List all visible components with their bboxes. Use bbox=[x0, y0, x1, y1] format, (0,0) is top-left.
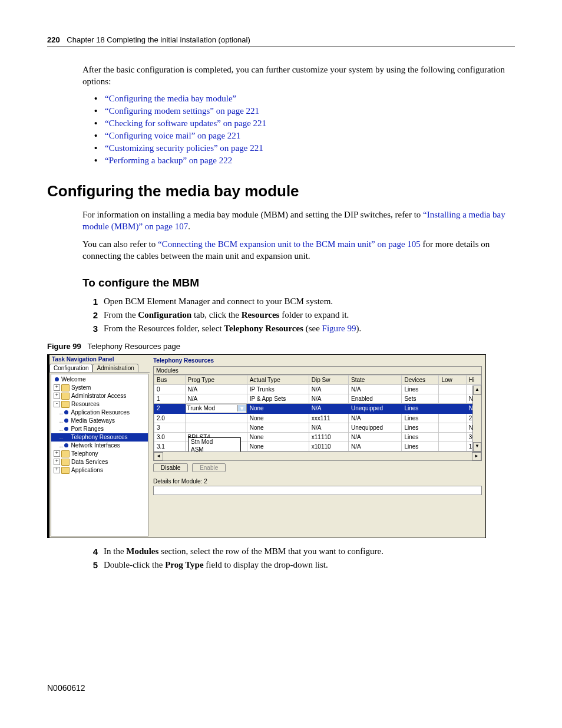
cell-act[interactable]: None bbox=[247, 432, 309, 442]
collapse-icon[interactable]: - bbox=[54, 401, 60, 407]
scroll-left-icon[interactable]: ◄ bbox=[154, 452, 163, 460]
column-header-bus[interactable]: Bus bbox=[154, 375, 186, 384]
cell-dip[interactable]: N/A bbox=[309, 423, 348, 432]
cell-dev[interactable]: Lines bbox=[402, 384, 439, 394]
cell-dip[interactable]: N/A bbox=[309, 403, 348, 413]
scroll-down-icon[interactable]: ▼ bbox=[473, 442, 481, 452]
cell-state[interactable]: Enabled bbox=[349, 394, 402, 403]
cell-low[interactable] bbox=[439, 403, 466, 413]
tree-item-applications[interactable]: +Applications bbox=[51, 466, 148, 475]
link-config-voicemail[interactable]: “Configuring voice mail” on page 221 bbox=[105, 131, 240, 140]
table-row[interactable]: 3NoneN/AUnequippedLinesN/A bbox=[154, 423, 481, 432]
tree-item-data-services[interactable]: +Data Services bbox=[51, 458, 148, 466]
tree-item-resources[interactable]: -Resources bbox=[51, 400, 148, 409]
cell-bus[interactable]: 3.0 bbox=[154, 432, 186, 442]
cell-state[interactable]: Unequipped bbox=[349, 423, 402, 432]
tree-item-welcome[interactable]: Welcome bbox=[51, 375, 148, 384]
cell-bus[interactable]: 3 bbox=[154, 423, 186, 432]
cell-act[interactable]: None bbox=[247, 403, 309, 413]
cell-dip[interactable]: x10110 bbox=[309, 442, 348, 451]
cell-bus[interactable]: 2.0 bbox=[154, 413, 186, 423]
cell-dev[interactable]: Sets bbox=[402, 394, 439, 403]
cell-dip[interactable]: x11110 bbox=[309, 432, 348, 442]
disable-button[interactable]: Disable bbox=[153, 463, 188, 472]
cell-low[interactable] bbox=[439, 384, 466, 394]
cell-prog[interactable]: N/A bbox=[185, 384, 247, 394]
column-header-hi[interactable]: Hi bbox=[466, 375, 481, 384]
dropdown-option[interactable]: ASM bbox=[189, 446, 240, 452]
tree-item-telephony[interactable]: +Telephony bbox=[51, 450, 148, 458]
tree-item-media-gateways[interactable]: …Media Gateways bbox=[51, 417, 148, 425]
vertical-scrollbar[interactable]: ▲ ▼ bbox=[472, 386, 481, 452]
expand-icon[interactable]: + bbox=[54, 393, 60, 399]
cell-state[interactable]: N/A bbox=[349, 413, 402, 423]
cell-prog[interactable] bbox=[185, 423, 247, 432]
cell-dip[interactable]: N/A bbox=[309, 384, 348, 394]
expand-icon[interactable]: + bbox=[54, 384, 60, 391]
link-backup[interactable]: “Performing a backup” on page 222 bbox=[105, 156, 232, 165]
cell-dev[interactable]: Lines bbox=[402, 403, 439, 413]
cell-act[interactable]: IP Trunks bbox=[247, 384, 309, 394]
column-header-state[interactable]: State bbox=[349, 375, 402, 384]
cell-bus[interactable]: 2 bbox=[154, 403, 186, 413]
expand-icon[interactable]: + bbox=[54, 459, 60, 465]
cell-state[interactable]: N/A bbox=[349, 442, 402, 451]
cell-state[interactable]: N/A bbox=[349, 384, 402, 394]
dropdown-arrow-icon[interactable]: ▼ bbox=[237, 405, 246, 411]
link-connect-expansion[interactable]: “Connecting the BCM expansion unit to th… bbox=[158, 239, 421, 249]
scroll-right-icon[interactable]: ► bbox=[472, 452, 481, 460]
cell-prog[interactable]: N/A bbox=[185, 394, 247, 403]
link-security-policies[interactable]: “Customizing security policies” on page … bbox=[105, 143, 263, 153]
enable-button[interactable]: Enable bbox=[192, 463, 226, 472]
cell-dev[interactable]: Lines bbox=[402, 442, 439, 451]
column-header-devices[interactable]: Devices bbox=[402, 375, 439, 384]
cell-low[interactable] bbox=[439, 413, 466, 423]
cell-bus[interactable]: 3.1 bbox=[154, 442, 186, 451]
prog-type-select[interactable]: Trunk Mod▼ bbox=[186, 404, 247, 413]
cell-prog[interactable] bbox=[185, 413, 247, 423]
prog-type-dropdown[interactable]: Stn ModASMTrunk ModData Mod bbox=[188, 437, 241, 452]
tree-item-network-interfaces[interactable]: …Network Interfaces bbox=[51, 442, 148, 450]
table-row[interactable]: 1N/AIP & App SetsN/AEnabledSetsN/A bbox=[154, 394, 481, 403]
table-row[interactable]: 2Trunk Mod▼NoneN/AUnequippedLinesN/A bbox=[154, 403, 481, 413]
cell-act[interactable]: None bbox=[247, 423, 309, 432]
cell-act[interactable]: IP & App Sets bbox=[247, 394, 309, 403]
tree-item-system[interactable]: +System bbox=[51, 384, 148, 392]
horizontal-scrollbar[interactable]: ◄ ► bbox=[154, 452, 481, 460]
tree-item-application-resources[interactable]: …Application Resources bbox=[51, 409, 148, 417]
cell-dev[interactable]: Lines bbox=[402, 432, 439, 442]
cell-prog[interactable]: Trunk Mod▼ bbox=[185, 403, 247, 413]
cell-low[interactable] bbox=[439, 423, 466, 432]
cell-dev[interactable]: Lines bbox=[402, 423, 439, 432]
cell-dev[interactable]: Lines bbox=[402, 413, 439, 423]
link-config-mbm[interactable]: “Configuring the media bay module” bbox=[105, 94, 236, 103]
tree-item-telephony-resources[interactable]: …Telephony Resources bbox=[51, 433, 148, 442]
nav-tree[interactable]: Welcome+System+Administrator Access-Reso… bbox=[51, 374, 148, 536]
expand-icon[interactable]: + bbox=[54, 467, 60, 473]
cell-state[interactable]: Unequipped bbox=[349, 403, 402, 413]
link-config-modem[interactable]: “Configuring modem settings” on page 221 bbox=[105, 106, 259, 116]
cell-low[interactable] bbox=[439, 394, 466, 403]
table-row[interactable]: 2.0Nonexxx111N/ALines211 bbox=[154, 413, 481, 423]
scroll-up-icon[interactable]: ▲ bbox=[473, 386, 481, 395]
tree-item-port-ranges[interactable]: …Port Ranges bbox=[51, 425, 148, 433]
cell-act[interactable]: None bbox=[247, 442, 309, 451]
column-header-actual-type[interactable]: Actual Type bbox=[247, 375, 309, 384]
tab-configuration[interactable]: Configuration bbox=[49, 364, 92, 372]
column-header-prog-type[interactable]: Prog Type bbox=[185, 375, 247, 384]
link-check-updates[interactable]: “Checking for software updates” on page … bbox=[105, 118, 266, 128]
dropdown-option[interactable]: Stn Mod bbox=[189, 438, 240, 446]
column-header-low[interactable]: Low bbox=[439, 375, 466, 384]
cell-dip[interactable]: N/A bbox=[309, 394, 348, 403]
tab-administration[interactable]: Administration bbox=[92, 364, 138, 372]
cell-bus[interactable]: 1 bbox=[154, 394, 186, 403]
cell-low[interactable] bbox=[439, 442, 466, 451]
cell-low[interactable] bbox=[439, 432, 466, 442]
cell-dip[interactable]: xxx111 bbox=[309, 413, 348, 423]
cell-bus[interactable]: 0 bbox=[154, 384, 186, 394]
cell-state[interactable]: N/A bbox=[349, 432, 402, 442]
expand-icon[interactable]: + bbox=[54, 450, 60, 457]
tree-item-administrator-access[interactable]: +Administrator Access bbox=[51, 392, 148, 400]
link-figure-99[interactable]: Figure 99 bbox=[322, 324, 356, 333]
table-row[interactable]: 0N/AIP TrunksN/AN/ALines1 bbox=[154, 384, 481, 394]
